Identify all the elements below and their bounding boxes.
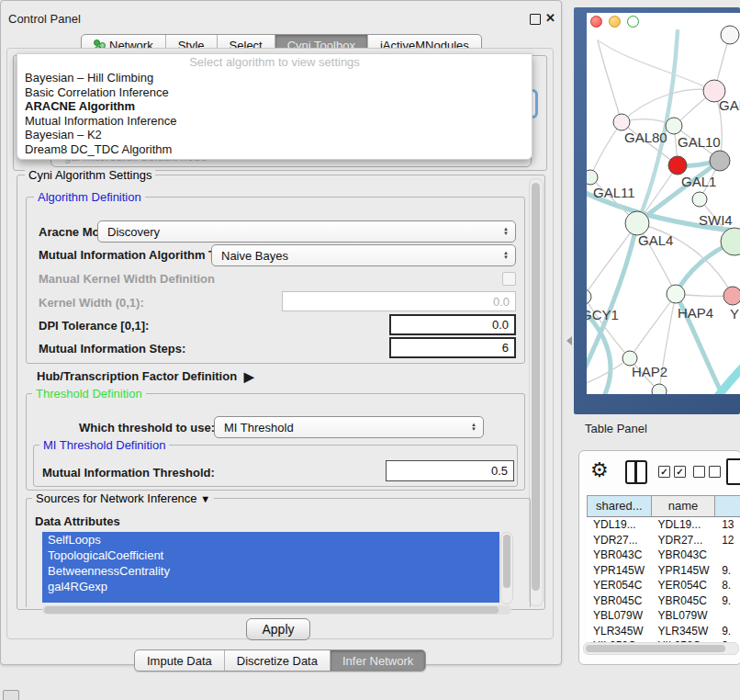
dropdown-item-dream8-dc-tdc-algorithm[interactable]: Dream8 DC_TDC Algorithm xyxy=(17,142,532,157)
float-window-icon[interactable] xyxy=(530,14,541,25)
table-cell: YBR043C xyxy=(652,548,716,563)
attribute-item-topologicalcoefficient[interactable]: TopologicalCoefficient xyxy=(42,548,499,563)
cp-bottom-tab-bar: Impute DataDiscretize DataInfer Network xyxy=(134,649,426,672)
settings-gear-icon[interactable]: ⚙ xyxy=(590,458,609,482)
network-node-gal1[interactable] xyxy=(668,156,687,175)
deselect-all-columns-icon[interactable] xyxy=(693,466,721,478)
network-edge[interactable] xyxy=(630,294,676,358)
dropdown-item-basic-correlation-inference[interactable]: Basic Correlation Inference xyxy=(17,85,532,100)
which-threshold-label: Which threshold to use: xyxy=(79,421,215,435)
table-row[interactable]: YDL19...YDL19...13 xyxy=(587,517,740,533)
apply-button[interactable]: Apply xyxy=(246,618,310,640)
network-view-window: GALGAL80GAL10GAL1GAL11GAL4SWI4HAP4YGCY1H… xyxy=(574,7,740,414)
aracne-mode-combo[interactable]: Discovery ▲▼ xyxy=(97,220,516,243)
document-icon[interactable] xyxy=(726,458,740,485)
table-cell: YLR345W xyxy=(587,624,652,639)
dropdown-item-bayesian-hill-climbing[interactable]: Bayesian – Hill Climbing xyxy=(17,71,532,85)
mi-threshold-field[interactable] xyxy=(386,460,514,481)
hub-definition-toggle[interactable]: Hub/Transcription Factor Definition ▶ xyxy=(37,368,251,383)
bottom-tab-infer-network[interactable]: Infer Network xyxy=(330,650,425,671)
manual-kernel-checkbox[interactable] xyxy=(502,272,516,286)
attribute-item-betweennesscentrality[interactable]: BetweennessCentrality xyxy=(42,563,499,579)
settings-horizontal-scrollbar[interactable] xyxy=(42,605,511,615)
kernel-width-field[interactable] xyxy=(282,291,516,311)
mi-steps-field[interactable] xyxy=(389,337,516,358)
algorithm-dropdown: Select algorithm to view settings Bayesi… xyxy=(17,53,533,160)
select-all-columns-icon[interactable]: ✓✓ xyxy=(658,466,686,478)
network-node-gal80[interactable] xyxy=(613,114,630,130)
settings-scrollbar-thumb[interactable] xyxy=(532,183,540,591)
dropdown-item-bayesian-k2[interactable]: Bayesian – K2 xyxy=(17,128,532,142)
table-panel: ⚙ ✓✓ shared...name YDL19...YDL19...13YDR… xyxy=(578,450,740,665)
table-cell: YPR145W xyxy=(587,563,652,579)
minimized-panel-icon[interactable] xyxy=(3,690,19,700)
network-node[interactable] xyxy=(692,192,707,207)
table-cell: 9. xyxy=(715,563,740,579)
dpi-tolerance-field[interactable] xyxy=(389,314,516,335)
node-label-gal4: GAL4 xyxy=(638,232,673,248)
table-h-scrollbar-thumb[interactable] xyxy=(586,645,725,652)
window-minimize-button[interactable] xyxy=(609,16,621,28)
network-edge[interactable] xyxy=(590,122,622,177)
table-row[interactable]: YBR043CYBR043C xyxy=(587,548,740,563)
table-cell: YBL079W xyxy=(652,608,716,624)
dropdown-item-aracne-algorithm[interactable]: ARACNE Algorithm xyxy=(17,99,532,114)
table-row[interactable]: YLR345WYLR345W9. xyxy=(587,624,740,639)
network-node-y[interactable] xyxy=(723,287,740,305)
network-node-gal11[interactable] xyxy=(587,170,598,185)
network-node-gal10[interactable] xyxy=(666,118,682,134)
table-row[interactable]: YBR045CYBR045C9. xyxy=(587,593,740,609)
attributes-vertical-scrollbar[interactable] xyxy=(500,532,513,604)
table-cell: 12 xyxy=(715,533,740,548)
network-node[interactable] xyxy=(710,151,730,171)
settings-vertical-scrollbar[interactable] xyxy=(529,178,544,606)
table-cell: 9. xyxy=(715,624,740,639)
network-edge[interactable] xyxy=(598,40,714,91)
bottom-tab-discretize-data[interactable]: Discretize Data xyxy=(224,650,330,671)
column-header-shared[interactable]: shared... xyxy=(587,495,652,517)
dropdown-item-mutual-information-inference[interactable]: Mutual Information Inference xyxy=(17,114,532,129)
combo-arrows-icon: ▲▼ xyxy=(503,227,509,236)
attribute-item-selfloops[interactable]: SelfLoops xyxy=(42,532,499,548)
network-node-hap4[interactable] xyxy=(667,285,685,303)
close-icon[interactable]: ✕ xyxy=(545,11,555,25)
panel-divider-handle[interactable] xyxy=(566,336,572,345)
table-horizontal-scrollbar[interactable] xyxy=(583,642,739,655)
sources-title[interactable]: Sources for Network Inference ▼ xyxy=(32,491,214,505)
network-edge[interactable] xyxy=(598,40,622,122)
network-node[interactable] xyxy=(721,26,739,44)
column-header-name[interactable]: name xyxy=(652,495,716,517)
h-scrollbar-thumb[interactable] xyxy=(44,606,499,614)
split-view-icon[interactable] xyxy=(625,460,647,484)
column-header-col2[interactable] xyxy=(715,495,740,517)
mi-type-combo[interactable]: Naive Bayes ▲▼ xyxy=(211,244,516,266)
expand-arrow-icon: ▶ xyxy=(244,369,254,384)
network-node-gcy1[interactable] xyxy=(587,289,591,304)
data-attributes-list[interactable]: SelfLoopsTopologicalCoefficientBetweenne… xyxy=(42,532,499,603)
node-label-gal10: GAL10 xyxy=(678,134,721,150)
table-row[interactable]: YER054CYER054C8. xyxy=(587,578,740,593)
which-threshold-combo[interactable]: MI Threshold ▲▼ xyxy=(214,416,484,438)
threshold-definition-title: Threshold Definition xyxy=(32,387,146,401)
network-canvas[interactable]: GALGAL80GAL10GAL1GAL11GAL4SWI4HAP4YGCY1H… xyxy=(587,13,740,394)
node-label-hap2: HAP2 xyxy=(632,364,667,379)
table-cell: YBL079W xyxy=(587,608,652,624)
attributes-scrollbar-thumb[interactable] xyxy=(503,535,510,588)
attribute-item-gal4rgexp[interactable]: gal4RGexp xyxy=(42,579,499,594)
window-zoom-button[interactable] xyxy=(627,16,639,28)
table-row[interactable]: YPR145WYPR145W9. xyxy=(587,563,740,579)
bottom-tab-impute-data-label: Impute Data xyxy=(147,654,212,668)
network-node-swi4[interactable] xyxy=(721,228,740,255)
table-row[interactable]: YDR27...YDR27...12 xyxy=(587,533,740,548)
window-close-button[interactable] xyxy=(590,16,602,28)
bottom-tab-infer-network-label: Infer Network xyxy=(342,654,413,668)
network-node[interactable] xyxy=(652,384,667,394)
mi-type-value: Naive Bayes xyxy=(221,249,288,263)
application-root: Control Panel ✕ NetworkStyleSelectCyni T… xyxy=(0,0,740,700)
node-label-y: Y xyxy=(730,306,739,322)
bottom-tab-impute-data[interactable]: Impute Data xyxy=(135,650,224,671)
combo-arrows-icon: ▲▼ xyxy=(503,251,509,260)
mi-steps-label: Mutual Information Steps: xyxy=(39,342,185,356)
table-cell xyxy=(715,548,740,563)
table-row[interactable]: YBL079WYBL079W xyxy=(587,608,740,624)
